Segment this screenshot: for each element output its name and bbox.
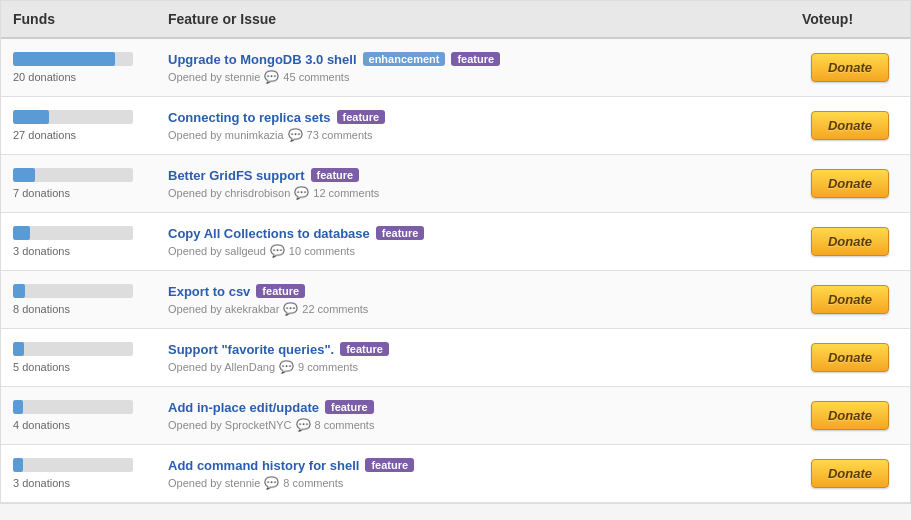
feature-cell: Add in-place edit/updatefeatureOpened by…: [156, 387, 790, 444]
donations-count: 8 donations: [13, 303, 70, 315]
table-body: 20 donationsUpgrade to MongoDB 3.0 shell…: [1, 39, 910, 503]
feature-meta: Opened by sallgeud💬10 comments: [168, 244, 778, 258]
opened-by: Opened by chrisdrobison: [168, 187, 290, 199]
feature-title-row: Upgrade to MongoDB 3.0 shellenhancementf…: [168, 52, 778, 67]
badge-feature: feature: [376, 226, 425, 240]
progress-bar-fill: [13, 458, 23, 472]
table-row: 3 donationsCopy All Collections to datab…: [1, 213, 910, 271]
feature-title-row: Support "favorite queries".feature: [168, 342, 778, 357]
funds-cell: 8 donations: [1, 271, 156, 328]
opened-by: Opened by sallgeud: [168, 245, 266, 257]
comment-icon: 💬: [288, 128, 303, 142]
progress-bar-bg: [13, 168, 133, 182]
funds-cell: 20 donations: [1, 39, 156, 96]
donate-button[interactable]: Donate: [811, 111, 889, 140]
voteup-cell: Donate: [790, 97, 910, 154]
donate-button[interactable]: Donate: [811, 343, 889, 372]
feature-meta: Opened by munimkazia💬73 comments: [168, 128, 778, 142]
progress-bar-bg: [13, 110, 133, 124]
donations-count: 3 donations: [13, 245, 70, 257]
voteup-cell: Donate: [790, 39, 910, 96]
badge-feature: feature: [340, 342, 389, 356]
donate-button[interactable]: Donate: [811, 401, 889, 430]
progress-bar-bg: [13, 226, 133, 240]
comment-icon: 💬: [296, 418, 311, 432]
feature-title-link[interactable]: Connecting to replica sets: [168, 110, 331, 125]
feature-title-link[interactable]: Better GridFS support: [168, 168, 305, 183]
donate-button[interactable]: Donate: [811, 459, 889, 488]
badge-feature: feature: [256, 284, 305, 298]
comments-count: 10 comments: [289, 245, 355, 257]
voteup-cell: Donate: [790, 155, 910, 212]
feature-meta: Opened by stennie💬8 comments: [168, 476, 778, 490]
voteup-cell: Donate: [790, 445, 910, 502]
feature-cell: Better GridFS supportfeatureOpened by ch…: [156, 155, 790, 212]
feature-title-row: Add command history for shellfeature: [168, 458, 778, 473]
comment-icon: 💬: [283, 302, 298, 316]
table-row: 8 donationsExport to csvfeatureOpened by…: [1, 271, 910, 329]
donate-button[interactable]: Donate: [811, 285, 889, 314]
progress-bar-fill: [13, 110, 49, 124]
header-voteup: Voteup!: [790, 1, 910, 37]
badge-feature: feature: [451, 52, 500, 66]
donate-button[interactable]: Donate: [811, 53, 889, 82]
table-row: 7 donationsBetter GridFS supportfeatureO…: [1, 155, 910, 213]
header-funds: Funds: [1, 1, 156, 37]
voteup-cell: Donate: [790, 329, 910, 386]
comments-count: 45 comments: [283, 71, 349, 83]
funds-cell: 4 donations: [1, 387, 156, 444]
opened-by: Opened by stennie: [168, 477, 260, 489]
table-row: 4 donationsAdd in-place edit/updatefeatu…: [1, 387, 910, 445]
feature-meta: Opened by AllenDang💬9 comments: [168, 360, 778, 374]
progress-bar-fill: [13, 400, 23, 414]
donations-count: 3 donations: [13, 477, 70, 489]
comment-icon: 💬: [264, 70, 279, 84]
donations-count: 20 donations: [13, 71, 76, 83]
donate-button[interactable]: Donate: [811, 169, 889, 198]
badge-feature: feature: [325, 400, 374, 414]
feature-meta: Opened by akekrakbar💬22 comments: [168, 302, 778, 316]
table-row: 5 donationsSupport "favorite queries".fe…: [1, 329, 910, 387]
funds-cell: 3 donations: [1, 445, 156, 502]
comment-icon: 💬: [264, 476, 279, 490]
comments-count: 22 comments: [302, 303, 368, 315]
comments-count: 8 comments: [283, 477, 343, 489]
feature-title-row: Better GridFS supportfeature: [168, 168, 778, 183]
feature-cell: Export to csvfeatureOpened by akekrakbar…: [156, 271, 790, 328]
donate-button[interactable]: Donate: [811, 227, 889, 256]
funds-cell: 7 donations: [1, 155, 156, 212]
progress-bar-bg: [13, 284, 133, 298]
opened-by: Opened by stennie: [168, 71, 260, 83]
opened-by: Opened by akekrakbar: [168, 303, 279, 315]
feature-cell: Add command history for shellfeatureOpen…: [156, 445, 790, 502]
badge-enhancement: enhancement: [363, 52, 446, 66]
voteup-cell: Donate: [790, 213, 910, 270]
feature-title-row: Copy All Collections to databasefeature: [168, 226, 778, 241]
donations-count: 27 donations: [13, 129, 76, 141]
progress-bar-bg: [13, 400, 133, 414]
table-row: 20 donationsUpgrade to MongoDB 3.0 shell…: [1, 39, 910, 97]
comments-count: 12 comments: [313, 187, 379, 199]
feature-title-link[interactable]: Copy All Collections to database: [168, 226, 370, 241]
progress-bar-fill: [13, 52, 115, 66]
badge-feature: feature: [365, 458, 414, 472]
funds-cell: 3 donations: [1, 213, 156, 270]
progress-bar-bg: [13, 458, 133, 472]
progress-bar-bg: [13, 52, 133, 66]
feature-title-link[interactable]: Upgrade to MongoDB 3.0 shell: [168, 52, 357, 67]
feature-title-link[interactable]: Add in-place edit/update: [168, 400, 319, 415]
badge-feature: feature: [337, 110, 386, 124]
opened-by: Opened by AllenDang: [168, 361, 275, 373]
progress-bar-fill: [13, 342, 24, 356]
voteup-cell: Donate: [790, 271, 910, 328]
comments-count: 9 comments: [298, 361, 358, 373]
feature-title-row: Add in-place edit/updatefeature: [168, 400, 778, 415]
feature-title-link[interactable]: Support "favorite queries".: [168, 342, 334, 357]
feature-title-link[interactable]: Add command history for shell: [168, 458, 359, 473]
table-row: 27 donationsConnecting to replica setsfe…: [1, 97, 910, 155]
funds-cell: 27 donations: [1, 97, 156, 154]
feature-title-link[interactable]: Export to csv: [168, 284, 250, 299]
feature-meta: Opened by SprocketNYC💬8 comments: [168, 418, 778, 432]
comment-icon: 💬: [294, 186, 309, 200]
table-header: Funds Feature or Issue Voteup!: [1, 1, 910, 39]
